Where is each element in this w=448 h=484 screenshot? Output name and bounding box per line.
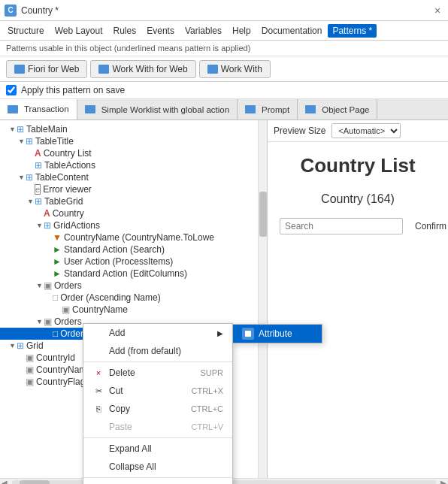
ctx-add[interactable]: Add ▶ Attribute bbox=[83, 324, 232, 342]
add-ctx-icon bbox=[92, 327, 104, 339]
filter-icon: ▼ bbox=[53, 232, 62, 243]
tree-item-user-action[interactable]: ► User Action (ProcessItems) bbox=[0, 256, 267, 268]
tab-buttons-row: Fiori for Web Work With for Web Work Wit… bbox=[0, 56, 448, 82]
context-menu: Add ▶ Attribute Add (from default) × Del… bbox=[83, 323, 233, 484]
preview-content: Country List Country (164) Confirm bbox=[268, 142, 448, 253]
horizontal-scroll-thumb[interactable] bbox=[20, 480, 50, 485]
submenu: Attribute bbox=[232, 324, 322, 343]
tree-item-error-viewer[interactable]: e Error viewer bbox=[0, 183, 267, 195]
user-action-icon: ► bbox=[53, 256, 62, 267]
svg-rect-2 bbox=[245, 331, 251, 337]
ctx-paste: Paste CTRL+V bbox=[83, 418, 232, 436]
table-grid-icon: ⊞ bbox=[35, 196, 42, 207]
menu-web-layout[interactable]: Web Layout bbox=[50, 24, 107, 38]
tab-prompt[interactable]: Prompt bbox=[238, 99, 298, 119]
preview-header: Preview Size <Automatic> bbox=[268, 120, 448, 142]
tree-scroll-thumb[interactable] bbox=[259, 192, 267, 237]
tree-item-country-list[interactable]: A Country List bbox=[0, 147, 267, 159]
apply-pattern-row: Apply this pattern on save bbox=[0, 82, 448, 99]
ctx-sep-3 bbox=[83, 477, 232, 478]
tab-transaction[interactable]: Transaction bbox=[0, 99, 77, 120]
tree-scrollbar[interactable] bbox=[258, 120, 267, 478]
tree-item-table-grid[interactable]: ▼ ⊞ TableGrid bbox=[0, 195, 267, 207]
tree-item-country-name-filter[interactable]: ▼ CountryName (CountryName.ToLowe bbox=[0, 231, 267, 244]
attribute-icon bbox=[242, 328, 254, 340]
fiori-icon bbox=[14, 65, 25, 74]
submenu-attribute[interactable]: Attribute bbox=[233, 325, 322, 343]
pattern-tabs: Transaction Simple Worklist with global … bbox=[0, 99, 448, 120]
tree-item-orders-1[interactable]: ▼ ▣ Orders bbox=[0, 280, 267, 292]
simple-worklist-icon bbox=[85, 105, 95, 113]
confirm-label: Confirm bbox=[415, 221, 446, 231]
preview-title: Country List bbox=[280, 154, 436, 177]
menu-patterns[interactable]: Patterns * bbox=[328, 24, 377, 38]
title-bar-text: Country * bbox=[21, 5, 431, 16]
tab-object-page[interactable]: Object Page bbox=[298, 99, 377, 119]
menu-documentation[interactable]: Documentation bbox=[257, 24, 327, 38]
tree-item-table-content[interactable]: ▼ ⊞ TableContent bbox=[0, 171, 267, 183]
preview-subtitle: Country (164) bbox=[280, 192, 436, 206]
scroll-right-btn[interactable]: ▶ bbox=[439, 479, 448, 484]
tree-item-table-title[interactable]: ▼ ⊞ TableTitle bbox=[0, 135, 267, 147]
tab-work-with-for-web[interactable]: Work With for Web bbox=[90, 60, 195, 78]
tree-item-std-action-search[interactable]: ► Standard Action (Search) bbox=[0, 244, 267, 256]
tree-item-std-action-edit[interactable]: ► Standard Action (EditColumns) bbox=[0, 268, 267, 280]
grid-icon: ⊞ bbox=[17, 340, 24, 351]
transaction-icon bbox=[8, 105, 18, 113]
tree-item-table-actions[interactable]: ⊞ TableActions bbox=[0, 159, 267, 171]
object-page-icon bbox=[305, 105, 316, 113]
prompt-icon bbox=[245, 105, 256, 113]
work-with-web-icon bbox=[98, 65, 109, 74]
apply-pattern-label: Apply this pattern on save bbox=[21, 85, 125, 95]
tree-item-order-asc-1[interactable]: □ Order (Ascending Name) bbox=[0, 292, 267, 304]
copy-icon: ⎘ bbox=[92, 403, 104, 415]
tree-item-country-name-1[interactable]: ▣ CountryName bbox=[0, 304, 267, 316]
std-action-edit-icon: ► bbox=[53, 268, 62, 279]
menu-rules[interactable]: Rules bbox=[109, 24, 141, 38]
main-area: ▼ ⊞ TableMain ▼ ⊞ TableTitle A Country L… bbox=[0, 120, 448, 478]
tab-simple-worklist[interactable]: Simple Worklist with global action bbox=[77, 99, 238, 119]
std-action-search-icon: ► bbox=[53, 244, 62, 255]
tree-item-table-main[interactable]: ▼ ⊞ TableMain bbox=[0, 123, 267, 135]
table-title-icon: ⊞ bbox=[26, 136, 33, 147]
add-arrow-icon: ▶ bbox=[217, 329, 223, 337]
tree-item-grid-actions[interactable]: ▼ ⊞ GridActions bbox=[0, 219, 267, 231]
ctx-expand-all[interactable]: Expand All bbox=[83, 440, 232, 458]
country-flag-icon: ▣ bbox=[26, 377, 34, 387]
close-button[interactable]: × bbox=[431, 5, 443, 17]
orders-2-icon: ▣ bbox=[44, 316, 52, 327]
ctx-copy[interactable]: ⎘ Copy CTRL+C bbox=[83, 400, 232, 418]
preview-search-input[interactable] bbox=[280, 218, 403, 234]
delete-icon: × bbox=[92, 367, 104, 379]
menu-structure[interactable]: Structure bbox=[3, 24, 49, 38]
pattern-notice: Patterns usable in this object (underlin… bbox=[0, 41, 448, 56]
tab-fiori-for-web[interactable]: Fiori for Web bbox=[6, 60, 87, 78]
preview-panel: Preview Size <Automatic> Country List Co… bbox=[268, 120, 448, 478]
table-content-icon: ⊞ bbox=[26, 172, 33, 183]
add-default-icon bbox=[92, 345, 104, 357]
cut-icon: ✂ bbox=[92, 385, 104, 397]
grid-actions-icon: ⊞ bbox=[44, 220, 51, 231]
ctx-properties[interactable]: ⚙ Properties F4 bbox=[83, 479, 232, 484]
tab-work-with[interactable]: Work With bbox=[199, 60, 271, 78]
app-icon: C bbox=[5, 5, 17, 17]
ctx-collapse-all[interactable]: Collapse All bbox=[83, 458, 232, 476]
country-id-icon: ▣ bbox=[26, 352, 34, 363]
menu-help[interactable]: Help bbox=[228, 24, 256, 38]
error-viewer-icon: e bbox=[35, 184, 41, 195]
ctx-cut[interactable]: ✂ Cut CTRL+X bbox=[83, 382, 232, 400]
title-bar: C Country * × bbox=[0, 0, 448, 21]
scroll-left-btn[interactable]: ◀ bbox=[0, 479, 9, 484]
table-main-icon: ⊞ bbox=[17, 124, 24, 135]
ctx-sep-2 bbox=[83, 437, 232, 438]
menu-variables[interactable]: Variables bbox=[180, 24, 226, 38]
preview-size-select[interactable]: <Automatic> bbox=[331, 123, 401, 138]
ctx-add-default[interactable]: Add (from default) bbox=[83, 342, 232, 360]
apply-pattern-checkbox[interactable] bbox=[6, 85, 17, 95]
menu-bar: Structure Web Layout Rules Events Variab… bbox=[0, 21, 448, 41]
country-icon: A bbox=[44, 208, 50, 219]
tree-item-country[interactable]: A Country bbox=[0, 207, 267, 219]
ctx-delete[interactable]: × Delete SUPR bbox=[83, 364, 232, 382]
menu-events[interactable]: Events bbox=[142, 24, 179, 38]
order-asc-1-icon: □ bbox=[53, 292, 58, 303]
